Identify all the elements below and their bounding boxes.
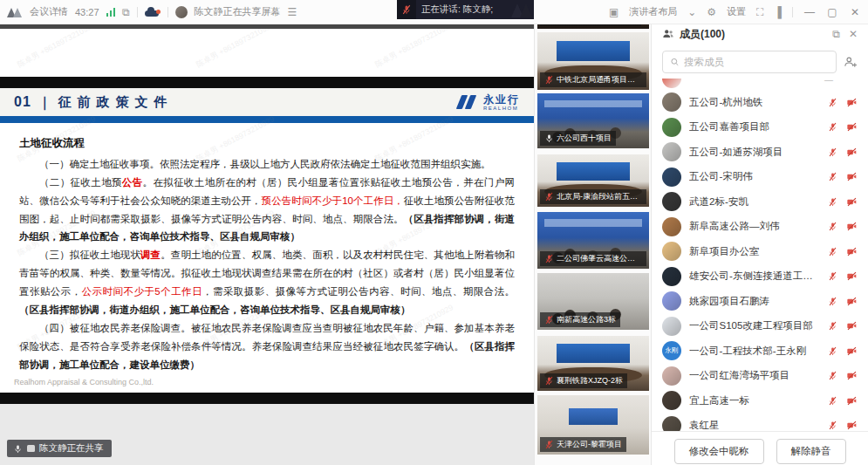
member-row[interactable]: 雄安公司-东侧连接通道工程项目向志良 (652, 264, 868, 290)
member-row[interactable]: 一公司S105改建工程项目部 (652, 314, 868, 339)
muted-mic-icon[interactable] (828, 421, 837, 430)
member-row-partial[interactable]: — (652, 79, 868, 90)
video-tile[interactable]: 南新高速公路3标 (537, 273, 649, 330)
camera-off-icon[interactable] (846, 98, 858, 107)
banner-strip (544, 100, 643, 108)
camera-off-icon[interactable] (846, 421, 858, 430)
video-tile[interactable]: 中铁北京局通甬项目慈溪... (537, 32, 649, 90)
camera-off-icon[interactable] (846, 197, 858, 207)
list-icon[interactable]: ☰ (288, 7, 297, 17)
slide-paragraph: （三）拟征收土地现状调查。查明土地的位置、权属、地类、面积，以及农村村民住宅、其… (19, 246, 515, 319)
member-search-input[interactable] (684, 57, 829, 67)
camera-off-icon[interactable] (846, 346, 858, 356)
layout-selector[interactable]: 演讲者布局 (629, 5, 677, 18)
muted-mic-icon[interactable] (828, 396, 837, 406)
member-row[interactable]: 姚家园项目石鹏涛 (652, 289, 868, 314)
muted-mic-icon[interactable] (828, 371, 837, 380)
camera-off-icon[interactable] (846, 321, 858, 331)
camera-off-icon[interactable] (846, 247, 858, 256)
camera-off-icon[interactable] (846, 222, 858, 231)
muted-mic-icon[interactable] (828, 247, 837, 256)
member-name: 新阜高速公路—刘伟 (689, 220, 821, 233)
member-row[interactable]: 一公司红海湾场平项目 (652, 364, 868, 389)
avatar: 永刚 (662, 341, 681, 360)
rename-button[interactable]: 修改会中昵称 (674, 439, 764, 464)
mic-icon (544, 133, 554, 143)
video-tile[interactable]: 北京局-康渝段站前五标项目 (537, 154, 649, 207)
slide-black-band-top (0, 77, 534, 88)
slide-black-band-bottom (0, 393, 534, 404)
company-logo-en: REALHOM (483, 106, 520, 111)
member-row[interactable]: 袁红星 (652, 414, 868, 432)
muted-mic-icon[interactable] (828, 172, 837, 181)
fullscreen-icon[interactable]: ⛶ (756, 7, 763, 17)
sharer-avatar (175, 6, 188, 18)
muted-mic-icon[interactable] (828, 222, 837, 231)
pop-out-icon[interactable]: ⧉ (832, 28, 840, 40)
member-row[interactable]: 五公司嘉善项目部 (652, 115, 868, 140)
muted-mic-icon[interactable] (828, 321, 837, 331)
video-tile[interactable]: 六公司西十项目 (537, 93, 649, 148)
unmute-button[interactable]: 解除静音 (776, 439, 846, 464)
avatar (662, 267, 681, 286)
member-row[interactable]: 武道2标-安凯 (652, 189, 868, 215)
cloud-recording-icon[interactable] (145, 7, 161, 17)
video-tile-label: 南新高速公路3标 (540, 312, 620, 327)
member-row[interactable]: 新阜高速公路—刘伟 (652, 215, 868, 240)
member-status-icons (828, 271, 858, 281)
member-row[interactable]: 新阜项目办公室 (652, 239, 868, 264)
settings-button[interactable]: 设置 (727, 5, 746, 18)
meeting-detail-button[interactable]: 会议详情 (30, 5, 68, 18)
camera-off-icon[interactable] (846, 147, 858, 157)
add-member-icon[interactable] (844, 56, 858, 68)
muted-mic-icon[interactable] (828, 147, 837, 157)
muted-mic-icon[interactable] (828, 346, 837, 356)
video-tile-label: 中铁北京局通甬项目慈溪... (540, 72, 646, 87)
member-row[interactable]: 五公司-杭州地铁 (652, 90, 868, 115)
maximize-button[interactable]: ▢ (826, 6, 838, 18)
video-tile[interactable]: 襄荆铁路XJZQ-2标 (537, 336, 649, 391)
minimize-button[interactable]: — (803, 6, 816, 18)
camera-off-icon[interactable] (846, 297, 858, 306)
shared-screen-area: 陈卓男 +8618973210929陈卓男 +8618973210929陈卓男 … (0, 24, 534, 465)
muted-mic-icon[interactable] (828, 197, 837, 207)
side-panel-icon[interactable]: ▐ (774, 7, 782, 17)
members-panel-header: 成员(100) ⧉ ✕ (652, 24, 868, 44)
member-row[interactable]: 五公司-宋明伟 (652, 165, 868, 190)
member-row[interactable]: 五公司-如通苏湖项目 (652, 140, 868, 165)
members-panel-footer: 修改会中昵称 解除静音 (652, 431, 868, 465)
section-title: 征前政策文件 (58, 94, 174, 111)
member-row[interactable]: 永刚一公司-工程技术部-王永刚 (652, 338, 868, 364)
close-panel-icon[interactable]: ✕ (849, 28, 858, 40)
camera-off-icon[interactable] (846, 172, 858, 181)
camera-off-icon[interactable] (846, 271, 858, 281)
paragraph-segment: （一）确定土地征收事项。依照法定程序，县级以上地方人民政府依法确定土地征收范围并… (39, 159, 491, 169)
member-searchbox[interactable] (662, 51, 837, 73)
muted-mic-icon[interactable] (828, 271, 837, 281)
member-row[interactable]: 宜上高速一标 (652, 388, 868, 414)
close-button[interactable]: ✕ (849, 6, 861, 18)
video-tile[interactable]: 天津公司-黎霍项目 (537, 395, 649, 455)
avatar (662, 291, 681, 311)
member-name: 雄安公司-东侧连接通道工程项目向志良 (689, 270, 821, 283)
members-title: 成员(100) (680, 27, 725, 42)
banner-strip (544, 219, 643, 227)
avatar (662, 217, 681, 236)
muted-mic-icon[interactable] (828, 297, 837, 306)
speaking-text: 正在讲话: 陈文静; (416, 3, 493, 16)
member-name: 五公司-如通苏湖项目 (689, 146, 821, 159)
camera-off-icon[interactable] (846, 371, 858, 380)
open-window-icon[interactable]: ⧉ (122, 7, 130, 17)
muted-mic-icon (544, 192, 554, 202)
video-tile-label: 二公司佛肇云高速公路项... (540, 251, 646, 266)
member-name: 一公司-工程技术部-王永刚 (689, 345, 821, 358)
muted-mic-icon[interactable] (828, 98, 837, 107)
mic-icon (13, 444, 23, 454)
camera-off-icon[interactable] (846, 396, 858, 406)
muted-mic-icon[interactable] (828, 122, 837, 132)
chevron-down-icon[interactable]: ⌄ (687, 7, 696, 17)
camera-off-icon[interactable] (846, 122, 858, 132)
slide-paragraph: （一）确定土地征收事项。依照法定程序，县级以上地方人民政府依法确定土地征收范围并… (19, 155, 515, 174)
video-tile[interactable]: 二公司佛肇云高速公路项... (537, 212, 649, 269)
gear-icon: ⚙ (707, 7, 716, 17)
